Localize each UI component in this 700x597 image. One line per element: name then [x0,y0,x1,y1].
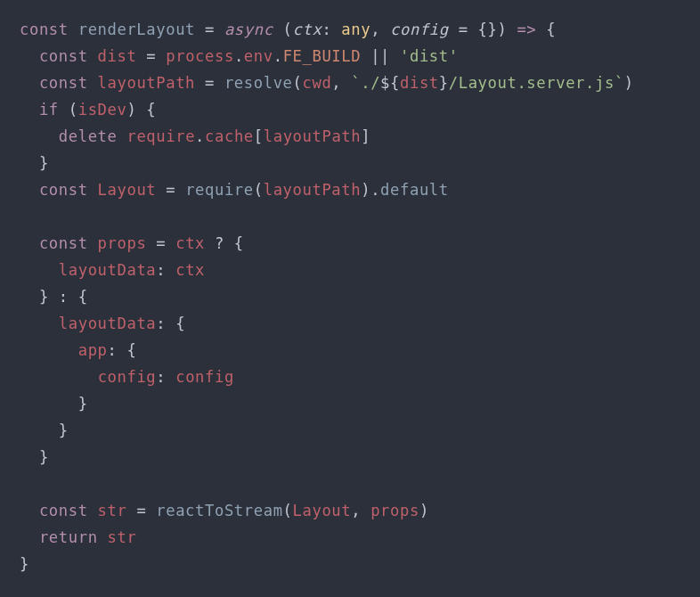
code-token: ( [59,101,78,119]
code-token: ${ [380,74,400,92]
code-token: ctx [175,234,205,252]
code-token: = [195,74,224,92]
code-token: = [156,181,185,199]
code-token: env [244,47,273,65]
code-token: layoutData [59,261,156,279]
code-token: return [39,528,108,546]
code-token: ( [273,20,293,38]
code-token: async [224,20,273,38]
code-token: : [156,368,175,386]
code-token: delete [59,127,127,145]
code-token: 'dist' [400,47,459,65]
code-token: } [39,448,49,466]
code-token: const [39,47,98,65]
code-token: : { [156,315,185,332]
code-token: } [39,154,49,172]
code-token: dist [400,74,439,92]
code-token: const [39,234,98,252]
code-token: . [234,47,244,65]
code-token: = {}) [449,20,517,38]
code-token: app [78,341,108,359]
code-token: FE_BUILD [283,47,362,65]
code-token: , [331,74,351,92]
code-token: cache [205,127,254,145]
code-token: props [370,502,419,519]
code-token: = [146,234,175,252]
code-token: ] [361,127,370,145]
code-token: Layout [293,502,352,519]
code-token: ( [293,74,303,92]
code-token: const [39,74,98,92]
code-token: , [351,502,370,519]
code-token: any [341,20,370,38]
code-token: } [20,555,29,573]
code-token: layoutPath [98,74,195,92]
code-token: str [108,528,137,546]
code-token: ( [254,181,264,199]
code-token: ). [361,181,380,199]
code-token: cwd [303,74,332,92]
code-token: const [20,20,78,38]
code-token: const [39,502,98,519]
code-token: ) { [126,101,156,119]
code-token: str [98,502,127,519]
code-token: resolve [224,74,293,92]
code-token: { [536,20,556,38]
code-token: require [185,181,254,199]
code-token: layoutData [59,315,156,332]
code-token: => [517,20,536,38]
code-token: const [39,181,98,199]
code-token: = [136,47,166,65]
code-token: dist [98,47,137,65]
code-token: = [126,502,156,519]
code-token: } [78,395,88,413]
code-token: ? { [205,234,244,252]
code-token: ) [419,502,429,519]
code-token: . [273,47,283,65]
code-token: renderLayout [78,20,195,38]
code-token: props [98,234,147,252]
code-token: } : { [39,288,88,306]
code-token: ) [624,74,634,92]
code-token: . [195,127,205,145]
code-token: if [39,101,59,119]
code-token: config [390,20,449,38]
code-token: : { [108,341,137,359]
code-token: `./ [351,74,380,92]
code-token: process [166,47,234,65]
code-token: , [370,20,390,38]
code-token: Layout [98,181,157,199]
code-token: } [59,421,69,439]
code-token: layoutPath [264,127,361,145]
code-token: : [156,261,175,279]
code-token: = [195,20,224,38]
code-token: require [126,127,195,145]
code-token: isDev [78,101,127,119]
code-token: ctx [293,20,322,38]
code-token: reactToStream [156,502,282,519]
code-token: layoutPath [264,181,361,199]
code-token: [ [254,127,264,145]
code-editor: const renderLayout = async (ctx: any, co… [0,0,700,577]
code-token: ( [283,502,293,519]
code-token: : [322,20,341,38]
code-token: /Layout.server.js` [449,74,624,92]
code-token: default [380,181,449,199]
code-token: || [361,47,400,65]
code-token: } [439,74,449,92]
code-token: config [175,368,234,386]
code-token: ctx [175,261,205,279]
code-token: config [98,368,157,386]
